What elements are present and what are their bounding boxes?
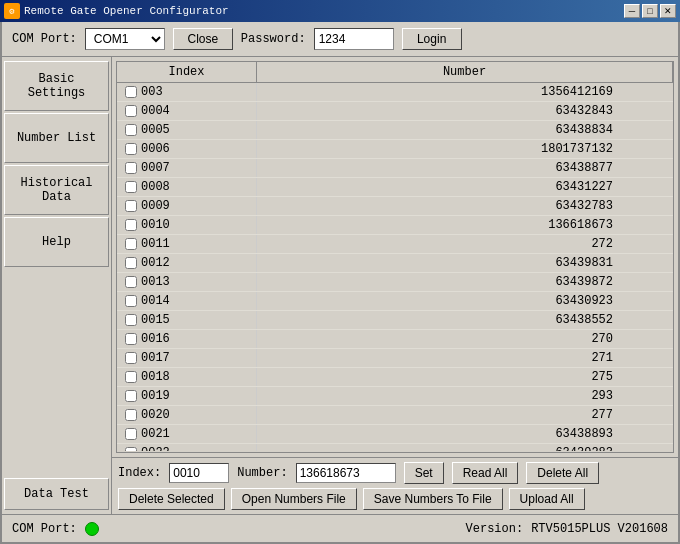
number-input[interactable] xyxy=(296,463,396,483)
table-row: 00061801737132 xyxy=(117,140,673,159)
row-checkbox[interactable] xyxy=(125,200,137,212)
status-com-port-label: COM Port: xyxy=(12,522,77,536)
row-number-cell: 1356412169 xyxy=(257,83,673,101)
table-row: 0020277 xyxy=(117,406,673,425)
table-row: 000963432783 xyxy=(117,197,673,216)
login-button[interactable]: Login xyxy=(402,28,462,50)
row-checkbox[interactable] xyxy=(125,86,137,98)
minimize-button[interactable]: ─ xyxy=(624,4,640,18)
title-bar: ⚙ Remote Gate Opener Configurator ─ □ ✕ xyxy=(0,0,680,22)
row-checkbox[interactable] xyxy=(125,314,137,326)
index-label: Index: xyxy=(118,466,161,480)
delete-selected-button[interactable]: Delete Selected xyxy=(118,488,225,510)
window-title: Remote Gate Opener Configurator xyxy=(24,5,229,17)
row-index-cell: 0013 xyxy=(117,273,257,291)
close-window-button[interactable]: ✕ xyxy=(660,4,676,18)
status-bar: COM Port: Version: RTV5015PLUS V201608 xyxy=(2,514,678,542)
com-port-select[interactable]: COM1 xyxy=(85,28,165,50)
row-number-cell: 277 xyxy=(257,406,673,424)
table-row: 0019293 xyxy=(117,387,673,406)
table-row: 0031356412169 xyxy=(117,83,673,102)
upload-all-button[interactable]: Upload All xyxy=(509,488,585,510)
row-checkbox[interactable] xyxy=(125,295,137,307)
row-index-text: 0011 xyxy=(141,237,170,251)
table-row: 001563438552 xyxy=(117,311,673,330)
row-index-text: 003 xyxy=(141,85,163,99)
row-index-cell: 0021 xyxy=(117,425,257,443)
sidebar-spacer xyxy=(4,269,109,476)
sidebar-item-number-list[interactable]: Number List xyxy=(4,113,109,163)
row-index-text: 0010 xyxy=(141,218,170,232)
row-checkbox[interactable] xyxy=(125,162,137,174)
header-number: Number xyxy=(257,62,673,82)
row-index-cell: 0018 xyxy=(117,368,257,386)
row-index-cell: 0005 xyxy=(117,121,257,139)
maximize-button[interactable]: □ xyxy=(642,4,658,18)
row-index-cell: 0017 xyxy=(117,349,257,367)
sidebar-item-historical-data[interactable]: Historical Data xyxy=(4,165,109,215)
row-number-cell: 270 xyxy=(257,330,673,348)
row-index-cell: 0004 xyxy=(117,102,257,120)
content-area: Basic Settings Number List Historical Da… xyxy=(2,57,678,514)
row-index-cell: 0019 xyxy=(117,387,257,405)
delete-all-button[interactable]: Delete All xyxy=(526,462,599,484)
password-label: Password: xyxy=(241,32,306,46)
row-checkbox[interactable] xyxy=(125,257,137,269)
row-checkbox[interactable] xyxy=(125,333,137,345)
row-number-cell: 63431227 xyxy=(257,178,673,196)
row-checkbox[interactable] xyxy=(125,124,137,136)
table-row: 0011272 xyxy=(117,235,673,254)
row-checkbox[interactable] xyxy=(125,428,137,440)
row-checkbox[interactable] xyxy=(125,181,137,193)
row-index-cell: 0011 xyxy=(117,235,257,253)
open-numbers-button[interactable]: Open Numbers File xyxy=(231,488,357,510)
row-number-cell: 63439831 xyxy=(257,254,673,272)
row-index-cell: 0016 xyxy=(117,330,257,348)
set-button[interactable]: Set xyxy=(404,462,444,484)
index-input[interactable] xyxy=(169,463,229,483)
row-number-cell: 275 xyxy=(257,368,673,386)
row-index-text: 0004 xyxy=(141,104,170,118)
row-number-cell: 63439872 xyxy=(257,273,673,291)
row-checkbox[interactable] xyxy=(125,352,137,364)
row-checkbox[interactable] xyxy=(125,390,137,402)
version-value: RTV5015PLUS V201608 xyxy=(531,522,668,536)
row-index-text: 0016 xyxy=(141,332,170,346)
row-number-cell: 63430923 xyxy=(257,292,673,310)
row-number-cell: 272 xyxy=(257,235,673,253)
row-checkbox[interactable] xyxy=(125,371,137,383)
row-checkbox[interactable] xyxy=(125,105,137,117)
table-header: Index Number xyxy=(117,62,673,83)
bottom-row2: Delete Selected Open Numbers File Save N… xyxy=(118,488,672,510)
row-checkbox[interactable] xyxy=(125,276,137,288)
row-index-cell: 0010 xyxy=(117,216,257,234)
close-button[interactable]: Close xyxy=(173,28,233,50)
row-checkbox[interactable] xyxy=(125,238,137,250)
row-index-cell: 003 xyxy=(117,83,257,101)
row-index-text: 0009 xyxy=(141,199,170,213)
row-index-cell: 0008 xyxy=(117,178,257,196)
row-index-text: 0018 xyxy=(141,370,170,384)
row-checkbox[interactable] xyxy=(125,219,137,231)
row-index-text: 0019 xyxy=(141,389,170,403)
row-number-cell: 63432843 xyxy=(257,102,673,120)
row-index-text: 0013 xyxy=(141,275,170,289)
row-index-cell: 0009 xyxy=(117,197,257,215)
row-checkbox[interactable] xyxy=(125,447,137,451)
header-index: Index xyxy=(117,62,257,82)
sidebar-item-basic-settings[interactable]: Basic Settings xyxy=(4,61,109,111)
row-checkbox[interactable] xyxy=(125,409,137,421)
table-scroll[interactable]: 0031356412169000463432843000563438834000… xyxy=(117,83,673,451)
row-number-cell: 63432783 xyxy=(257,197,673,215)
password-input[interactable] xyxy=(314,28,394,50)
save-numbers-button[interactable]: Save Numbers To File xyxy=(363,488,503,510)
row-number-cell: 293 xyxy=(257,387,673,405)
sidebar-item-help[interactable]: Help xyxy=(4,217,109,267)
row-index-text: 0017 xyxy=(141,351,170,365)
row-checkbox[interactable] xyxy=(125,143,137,155)
row-index-cell: 0022 xyxy=(117,444,257,451)
read-all-button[interactable]: Read All xyxy=(452,462,519,484)
number-label: Number: xyxy=(237,466,287,480)
row-index-cell: 0012 xyxy=(117,254,257,272)
sidebar-item-data-test[interactable]: Data Test xyxy=(4,478,109,510)
